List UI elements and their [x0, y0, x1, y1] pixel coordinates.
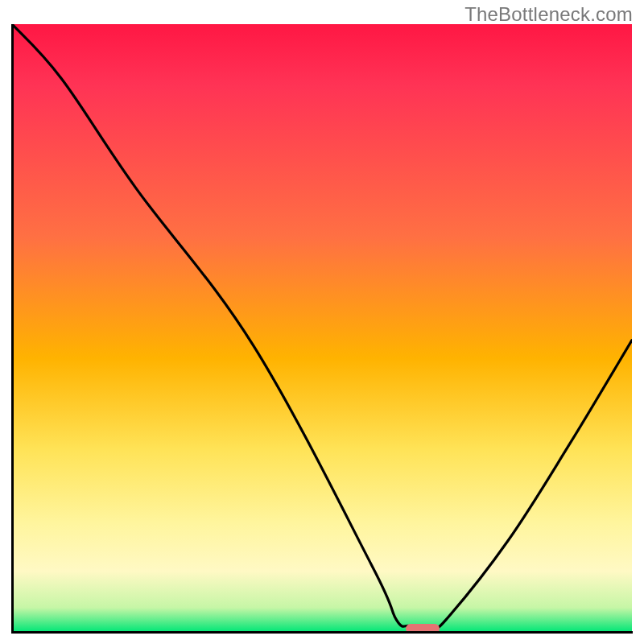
bottleneck-curve [12, 24, 632, 628]
chart-container: TheBottleneck.com [0, 0, 644, 644]
x-axis [11, 631, 633, 634]
curve-layer [12, 24, 632, 632]
y-axis [11, 24, 14, 633]
watermark-label: TheBottleneck.com [464, 3, 633, 26]
